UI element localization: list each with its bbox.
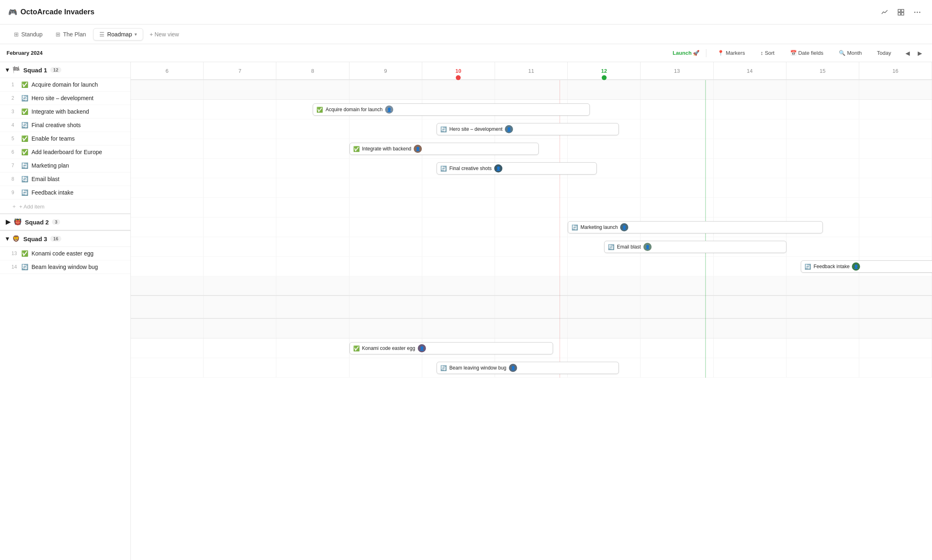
gantt-cell [641,338,713,358]
gantt-day-col: 11 [495,62,568,79]
squad1-chevron: ▾ [6,66,9,74]
gantt-cell [714,159,786,178]
squad2-header[interactable]: ▶ 👹 Squad 2 3 [0,213,130,230]
gantt-cell [131,159,204,178]
gantt-cell [859,100,932,119]
gantt-cell [276,319,349,338]
gantt-cell [131,358,204,377]
squad1-add-item[interactable]: ＋ + Add item [0,199,130,213]
gantt-row-1: ✅ Acquire domain for launch 👤 [131,100,932,119]
gantt-cell [714,80,786,99]
gantt-cell [276,80,349,99]
gantt-cell [422,276,495,295]
sort-button[interactable]: ↕ Sort [756,48,779,58]
chart-icon-btn[interactable] [878,6,891,19]
item-label: Email blast [31,176,59,182]
date-fields-button[interactable]: 📅 Date fields [786,48,828,58]
month-button[interactable]: 🔍 Month [834,48,866,58]
done-icon: ✅ [21,135,28,142]
gantt-cell [641,276,713,295]
gantt-cell [568,80,641,99]
bar-marketing-launch[interactable]: 🔄 Marketing launch 👤 [568,221,823,233]
bar-label: Acquire domain for launch [325,107,382,112]
gantt-cell [641,159,713,178]
gantt-today-col: 10 [422,62,495,79]
gantt-cell [350,198,422,217]
squad2-emoji: 👹 [14,218,22,226]
list-item[interactable]: 7 🔄 Marketing plan [0,159,130,172]
calendar-icon: 📅 [790,50,797,56]
bar-avatar: 👤 [414,145,422,153]
gantt-cell [422,257,495,276]
gantt-cell [641,119,713,139]
gantt-cell [276,178,349,197]
gantt-cell [786,119,859,139]
nav-next-button[interactable]: ▶ [914,47,925,59]
bar-acquire-domain[interactable]: ✅ Acquire domain for launch 👤 [313,103,589,116]
list-item[interactable]: 6 ✅ Add leaderboard for Europe [0,146,130,159]
roadmap-icon: ☰ [99,31,105,38]
list-item[interactable]: 5 ✅ Enable for teams [0,132,130,146]
month-label: Month [847,50,862,56]
tab-standup[interactable]: ⊞ Standup [8,29,48,40]
gantt-cell [422,217,495,237]
list-item[interactable]: 14 🔄 Beam leaving window bug [0,260,130,274]
gantt-cell [714,338,786,358]
list-item[interactable]: 9 🔄 Feedback intake [0,186,130,199]
tab-roadmap[interactable]: ☰ Roadmap ▾ [93,28,143,40]
squad1-header[interactable]: ▾ 🏁 Squad 1 12 [0,62,130,78]
gantt-cell [859,198,932,217]
gantt-cell [276,198,349,217]
gantt-cell [714,276,786,295]
list-item[interactable]: 2 🔄 Hero site – development [0,92,130,105]
new-view-button[interactable]: + New view [145,29,184,40]
gantt-row-5 [131,178,932,198]
list-item[interactable]: 3 ✅ Integrate with backend [0,105,130,119]
squad2-count: 3 [52,219,60,225]
bar-integrate-backend[interactable]: ✅ Integrate with backend 👤 [350,143,539,155]
squad3-header[interactable]: ▾ 🦁 Squad 3 16 [0,230,130,247]
nav-prev-button[interactable]: ◀ [902,47,913,59]
tab-theplan[interactable]: ⊞ The Plan [50,29,92,40]
today-button[interactable]: Today [873,48,895,58]
gantt-inner: 6 7 8 9 10 11 12 13 [131,62,932,378]
bar-icon: 🔄 [440,365,447,371]
app-header: 🎮 OctoArcade Invaders [0,0,932,25]
gantt-cell [204,80,276,99]
gantt-cell [350,80,422,99]
roadmap-dropdown-icon[interactable]: ▾ [134,31,137,37]
gantt-cell [131,198,204,217]
gantt-cell [568,319,641,338]
gantt-row-4: 🔄 Final creative shots 👤 [131,159,932,178]
list-item[interactable]: 1 ✅ Acquire domain for launch [0,78,130,92]
squad1-name: Squad 1 [23,67,47,74]
gantt-cell [786,319,859,338]
gantt-toolbar: February 2024 Launch 🚀 📍 Markers ↕ Sort … [0,44,932,62]
bar-hero-site[interactable]: 🔄 Hero site – development 👤 [437,123,618,135]
layout-icon-btn[interactable] [894,6,907,19]
item-label: Beam leaving window bug [31,264,98,270]
markers-label: Markers [726,50,745,56]
markers-button[interactable]: 📍 Markers [713,48,749,58]
today-dot [456,75,461,80]
bar-final-creative[interactable]: 🔄 Final creative shots 👤 [437,162,597,175]
bar-beam-bug[interactable]: 🔄 Beam leaving window bug 👤 [437,362,618,374]
list-item[interactable]: 8 🔄 Email blast [0,172,130,186]
bar-feedback-intake[interactable]: 🔄 Feedback intake 👤 [801,260,932,273]
gantt-cell [859,237,932,256]
list-item[interactable]: 4 🔄 Final creative shots [0,119,130,132]
gantt-cell [204,217,276,237]
bar-konami[interactable]: ✅ Konami code easter egg 👤 [350,342,553,354]
list-item[interactable]: 13 ✅ Konami code easter egg [0,247,130,260]
bar-icon: 🔄 [440,126,447,132]
bar-label: Final creative shots [449,166,491,171]
item-label: Final creative shots [31,122,81,128]
app-container: 🎮 OctoArcade Invaders ⊞ [0,0,932,560]
gantt-cell [786,139,859,158]
bar-email-blast[interactable]: 🔄 Email blast 👤 [604,241,786,253]
item-label: Feedback intake [31,189,74,196]
more-icon-btn[interactable] [911,6,924,19]
gantt-cell [204,159,276,178]
item-label: Integrate with backend [31,108,89,115]
squad3-name: Squad 3 [23,235,47,242]
